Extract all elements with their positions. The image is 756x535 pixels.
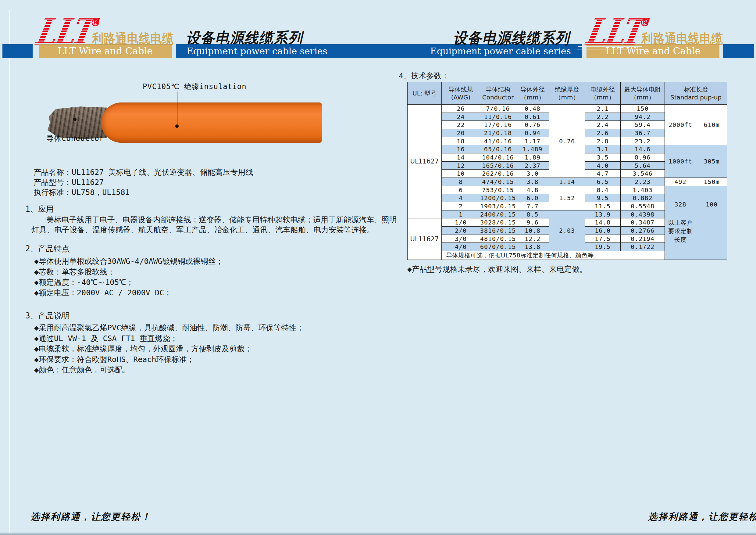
spec-awg-cell: 1/0 xyxy=(442,218,480,227)
spec-awg-cell: 6 xyxy=(442,186,480,194)
spec-awg-cell: 2/0 xyxy=(442,227,480,235)
spec-conductor-cell: 17/0.16 xyxy=(480,121,516,129)
spec-conductor-cell: 6070/0.15 xyxy=(480,243,516,251)
spec-awg-cell: 16 xyxy=(442,145,480,154)
spec-conductor-cell: 41/0.16 xyxy=(480,137,516,145)
section-application-title: 1、应用 xyxy=(25,204,54,214)
spec-resistance-cell: 5.64 xyxy=(621,161,665,170)
spec-resistance-cell: 0.3487 xyxy=(621,218,665,227)
spec-resistance-cell: 14.6 xyxy=(621,145,665,154)
llt-logo-mark: LLT xyxy=(32,15,94,48)
spec-od-cell: 10.8 xyxy=(516,227,549,235)
spec-col-header: 最大导体电阻（mm） xyxy=(621,82,665,105)
spec-resistance-cell: 0.4398 xyxy=(621,210,665,218)
spec-footer-note: 导体规格可选，依据UL758标准定制任何规格、颜色等 xyxy=(442,251,665,260)
spec-col-header: 导体线规(AWG) xyxy=(442,82,480,105)
section-features-title: 2、产品特点 xyxy=(25,243,70,254)
spec-od-cell: 0.94 xyxy=(516,129,549,137)
description-bullet: ◆电缆柔软，标准绝缘厚度，均匀，外观圆滑，方便剥皮及剪裁； xyxy=(34,344,252,354)
spec-awg-cell: 12 xyxy=(442,161,480,170)
spec-conductor-cell: 3028/0.15 xyxy=(480,218,516,227)
banner-blue-cap-right xyxy=(723,44,754,58)
spec-insulation-cell: 2.03 xyxy=(549,210,585,251)
spec-awg-cell: 2 xyxy=(442,202,480,211)
spec-awg-cell: 20 xyxy=(442,129,480,137)
spec-conductor-cell: 753/0.15 xyxy=(480,186,516,194)
llt-logo-mark: LLT xyxy=(582,15,643,48)
spec-cable-od-cell: 9.5 xyxy=(585,194,621,202)
spec-od-cell: 12.2 xyxy=(516,235,549,243)
spec-od-cell: 0.76 xyxy=(516,121,549,129)
spec-awg-cell: 22 xyxy=(442,121,480,129)
spec-od-cell: 4.8 xyxy=(516,186,549,194)
feature-bullet: ◆导体使用单根或绞合30AWG-4/0AWG镀锡铜或裸铜丝； xyxy=(34,256,224,266)
description-bullet: ◆颜色：任意颜色，可选配。 xyxy=(34,365,130,375)
spec-cable-od-cell: 17.5 xyxy=(585,235,621,243)
spec-cable-od-cell: 3.5 xyxy=(585,154,621,162)
spec-col-header: UL: 型号 xyxy=(408,82,442,105)
product-info-block: 产品名称：UL11627 美标电子线、光伏逆变器、储能高压专用线 产品型号：UL… xyxy=(34,167,253,197)
spec-length-m-cell: 150m xyxy=(696,178,727,186)
spec-resistance-cell: 8.96 xyxy=(621,154,665,162)
spec-model-cell: UL11627 xyxy=(408,105,442,218)
banner-blue-cap-left xyxy=(2,44,33,58)
spec-resistance-cell: 0.2194 xyxy=(621,235,665,243)
description-bullet: ◆采用耐高温聚氯乙烯PVC绝缘，具抗酸碱、耐油性、防潮、防霉、环保等特性； xyxy=(34,323,304,333)
footer-slogan-left: 选择利路通，让您更轻松！ xyxy=(31,511,151,523)
spec-conductor-cell: 1903/0.15 xyxy=(480,202,516,211)
section-description-title: 3、产品说明 xyxy=(25,311,70,321)
brand-name-en-left: LLT Wire and Cable xyxy=(39,44,172,58)
spec-awg-cell: 24 xyxy=(442,113,480,121)
spec-awg-cell: 4 xyxy=(442,194,480,202)
product-standard-line: 执行标准：UL758，UL1581 xyxy=(34,187,253,197)
spec-length-ft-cell: 1000ft xyxy=(665,145,696,178)
spec-length-m-cell: 305m xyxy=(696,145,727,178)
spec-conductor-cell: 21/0.18 xyxy=(480,129,516,137)
spec-resistance-cell: 59.4 xyxy=(621,121,665,129)
spec-conductor-cell: 474/0.15 xyxy=(480,178,516,186)
spec-od-cell: 7.7 xyxy=(516,202,549,211)
catalog-page: { "colors": { "accent_red": "#e60012", "… xyxy=(0,0,756,535)
spec-od-cell: 6.0 xyxy=(516,194,549,202)
spec-od-cell: 0.48 xyxy=(516,105,549,113)
spec-table-body: UL11627267/0.160.480.762.11502000ft610m2… xyxy=(408,105,727,260)
spec-col-header: 标准长度Standard pup-up xyxy=(665,82,727,105)
spec-od-cell: 9.6 xyxy=(516,218,549,227)
spec-cable-od-cell: 19.5 xyxy=(585,243,621,251)
spec-resistance-cell: 2.23 xyxy=(621,178,665,186)
registered-trademark-icon: ® xyxy=(639,16,650,29)
feature-bullet: ◆额定电压：2000V AC / 2000V DC； xyxy=(34,288,172,298)
spec-length-m-cell: 610m xyxy=(696,105,727,145)
spec-cable-od-cell: 4.7 xyxy=(585,170,621,178)
spec-row: 8474/0.153.81.146.52.23492150m xyxy=(408,178,727,186)
spec-cable-od-cell: 13.9 xyxy=(585,210,621,218)
spec-table-head: UL: 型号导体线规(AWG)导体结构Conductor导体外径（mm）绝缘厚度… xyxy=(408,82,727,105)
spec-insulation-cell: 0.76 xyxy=(549,105,585,178)
spec-cable-od-cell: 16.0 xyxy=(585,227,621,235)
spec-od-cell: 3.0 xyxy=(516,170,549,178)
table-note-below: ◆产品型号规格未录尽，欢迎来图、来样、来电定做。 xyxy=(407,264,587,274)
feature-bullet: ◆芯数：单芯多股软线； xyxy=(34,267,115,277)
tech-params-title: 4、技术参数： xyxy=(399,71,449,81)
spec-col-header: 导体结构Conductor xyxy=(480,82,516,105)
spec-awg-cell: 18 xyxy=(442,137,480,145)
product-name-line: 产品名称：UL11627 美标电子线、光伏逆变器、储能高压专用线 xyxy=(34,167,253,177)
description-bullet: ◆通过UL VW-1 及 CSA FT1 垂直燃烧； xyxy=(34,333,178,344)
spec-col-header: 电缆外径（mm） xyxy=(585,82,621,105)
spec-od-cell: 1.89 xyxy=(516,154,549,162)
spec-od-cell: 13.8 xyxy=(516,243,549,251)
series-title-en-left: Equipment power cable series xyxy=(187,44,327,58)
spec-conductor-cell: 104/0.16 xyxy=(480,154,516,162)
brand-name-cn-right: 利路通电线电缆 xyxy=(641,30,723,48)
application-body-line2: 灯具、电子设备、温度传感器、航天航空、军工产品、冶金化工、通讯、汽车船舶、电力安… xyxy=(31,225,374,235)
registered-trademark-icon: ® xyxy=(90,16,101,29)
spec-conductor-cell: 11/0.16 xyxy=(480,113,516,121)
spec-awg-cell: 3/0 xyxy=(442,235,480,243)
spec-resistance-cell: 0.2766 xyxy=(621,227,665,235)
insulation-leader-line xyxy=(177,92,177,126)
spec-cable-od-cell: 2.2 xyxy=(585,113,621,121)
spec-conductor-cell: 165/0.16 xyxy=(480,161,516,170)
spec-table-container: UL: 型号导体线规(AWG)导体结构Conductor导体外径（mm）绝缘厚度… xyxy=(407,82,727,260)
spec-conductor-cell: 262/0.16 xyxy=(480,170,516,178)
series-title-cn-right: 设备电源线缆系列 xyxy=(453,28,570,48)
